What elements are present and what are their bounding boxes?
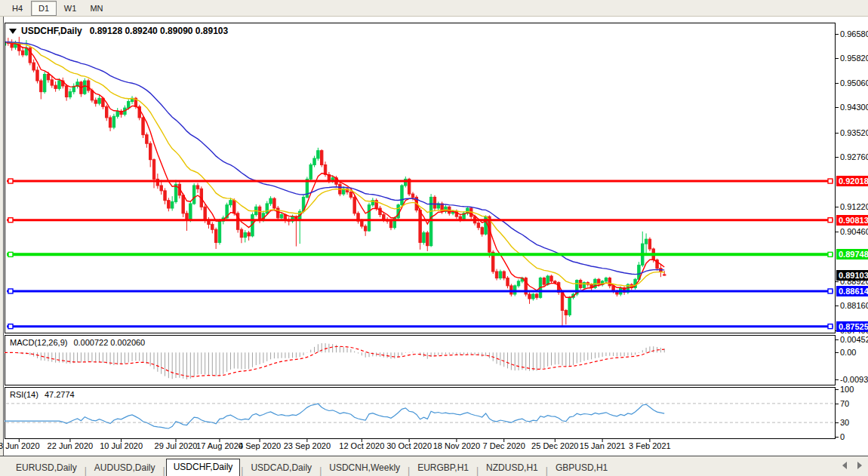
price-tick-label: 0.96580 xyxy=(840,29,868,38)
axis-tick-mark xyxy=(835,422,839,423)
date-label: 15 Jan 2021 xyxy=(580,441,626,450)
rsi-tick-label: 100 xyxy=(840,385,854,394)
tab-scroll-left-icon[interactable] xyxy=(842,462,847,469)
moving-averages xyxy=(5,42,664,298)
macd-label: MACD(12,26,9)0.000722 0.002060 xyxy=(10,338,145,347)
line-handle[interactable] xyxy=(8,324,13,329)
chart-canvas xyxy=(0,0,868,476)
mid-ema-line xyxy=(5,42,664,286)
date-label: 4 Sep 2020 xyxy=(239,441,281,450)
axis-tick-mark xyxy=(835,58,839,59)
macd-values: 0.000722 0.002060 xyxy=(73,338,145,347)
axis-tick-mark xyxy=(835,306,839,306)
date-label: 18 Nov 2020 xyxy=(433,441,480,450)
level-price-badge: 0.87525 xyxy=(836,321,868,332)
line-handle[interactable] xyxy=(8,289,13,293)
macd-tick-label: 0.004527 xyxy=(840,335,868,344)
line-handle[interactable] xyxy=(8,252,13,256)
price-tick-label: 0.94300 xyxy=(840,103,868,112)
rsi-label: RSI(14)47.2774 xyxy=(10,390,75,399)
axis-tick-mark xyxy=(835,389,839,390)
chart-tab-usdchf[interactable]: USDCHF,Daily xyxy=(166,459,241,476)
support-resistance-line[interactable] xyxy=(7,324,833,329)
symbol-label: USDCHF,Daily xyxy=(21,26,82,36)
axis-tick-mark xyxy=(835,83,839,84)
ohlc-values: 0.89128 0.89240 0.89090 0.89103 xyxy=(90,26,229,36)
line-handle[interactable] xyxy=(828,289,833,293)
rsi-series xyxy=(5,404,834,428)
tab-scroll-controls xyxy=(842,462,862,469)
axis-tick-mark xyxy=(835,379,839,380)
axis-tick-mark xyxy=(835,339,839,340)
level-price-badge: 0.90813 xyxy=(836,215,868,226)
axis-tick-mark xyxy=(835,157,839,158)
support-resistance-line[interactable] xyxy=(7,289,833,293)
line-handle[interactable] xyxy=(8,179,13,183)
price-tick-label: 0.93520 xyxy=(840,128,868,137)
date-label: 10 Jul 2020 xyxy=(100,441,143,450)
date-label: 3 Feb 2021 xyxy=(629,441,671,450)
axis-tick-mark xyxy=(835,232,839,232)
mt4-window: H4D1W1MN USDCHF,Daily 0.89128 0.89240 0.… xyxy=(0,0,868,476)
macd-tick-label: -0.009348 xyxy=(840,375,868,384)
line-handle[interactable] xyxy=(828,179,833,183)
date-label: 7 Dec 2020 xyxy=(483,441,525,450)
axis-tick-mark xyxy=(835,352,839,353)
date-label: 23 Sep 2020 xyxy=(284,441,331,450)
level-price-badge: 0.89748 xyxy=(836,249,868,259)
fast-ema-line xyxy=(5,42,664,298)
slow-ema-line xyxy=(5,42,664,275)
axis-tick-mark xyxy=(835,107,839,108)
axis-tick-mark xyxy=(835,34,839,35)
macd-name: MACD(12,26,9) xyxy=(10,338,67,347)
rsi-tick-label: 70 xyxy=(840,399,849,408)
price-tick-label: 0.95060 xyxy=(840,78,868,88)
chart-tab-gbpusd[interactable]: GBPUSD,H1 xyxy=(549,460,614,476)
line-handle[interactable] xyxy=(828,218,833,223)
chart-tab-nzdusd[interactable]: NZDUSD,H1 xyxy=(479,460,545,476)
support-resistance-line[interactable] xyxy=(7,252,833,256)
chart-title: USDCHF,Daily 0.89128 0.89240 0.89090 0.8… xyxy=(9,26,228,36)
tab-scroll-right-icon[interactable] xyxy=(857,462,862,469)
macd-tick-label: 0.00 xyxy=(840,348,856,357)
rsi-tick-label: 0 xyxy=(840,432,845,441)
line-handle[interactable] xyxy=(828,252,833,256)
price-tick-label: 0.95820 xyxy=(840,54,868,63)
level-price-badge: 0.92018 xyxy=(836,176,868,186)
date-label: 17 Aug 2020 xyxy=(196,441,243,450)
date-label: 12 Oct 2020 xyxy=(339,441,384,450)
price-tick-label: 0.91220 xyxy=(840,202,868,211)
rsi-tick-label: 30 xyxy=(840,418,849,427)
chart-marker-icon xyxy=(9,29,17,34)
date-label: 22 Jun 2020 xyxy=(48,441,94,450)
axis-tick-mark xyxy=(835,207,839,207)
level-price-badge: 0.88614 xyxy=(836,286,868,296)
chart-tab-audusd[interactable]: AUDUSD,Daily xyxy=(88,460,162,476)
date-label: 29 Jul 2020 xyxy=(155,441,198,450)
support-resistance-line[interactable] xyxy=(7,179,833,183)
chart-tab-usdcad[interactable]: USDCAD,Daily xyxy=(244,460,319,476)
chart-tab-eurgbp[interactable]: EURGBP,H1 xyxy=(411,460,476,476)
current-price-badge: 0.89103 xyxy=(836,270,868,281)
chart-tab-eurusd[interactable]: EURUSD,Daily xyxy=(9,460,84,476)
line-handle[interactable] xyxy=(8,218,13,223)
chart-tab-usdcnh[interactable]: USDCNH,Weekly xyxy=(322,460,407,476)
line-handle[interactable] xyxy=(828,324,833,329)
rsi-name: RSI(14) xyxy=(10,390,38,399)
chart-tab-bar: EURUSD,Daily|AUDUSD,Daily|USDCHF,Daily|U… xyxy=(0,456,868,476)
date-label: 30 Oct 2020 xyxy=(386,441,432,450)
axis-tick-mark xyxy=(835,133,839,134)
price-tick-label: 0.92760 xyxy=(840,152,868,161)
macd-signal-line xyxy=(5,346,664,376)
rsi-value: 47.2774 xyxy=(45,390,75,399)
axis-tick-mark xyxy=(835,437,839,438)
rsi-line xyxy=(5,404,664,428)
date-label: 25 Dec 2020 xyxy=(531,441,578,450)
axis-tick-mark xyxy=(835,404,839,404)
price-tick-label: 0.88160 xyxy=(840,301,868,310)
price-tick-label: 0.90460 xyxy=(840,227,868,236)
date-label: 3 Jun 2020 xyxy=(0,441,40,450)
axis-tick-mark xyxy=(835,281,839,282)
macd-series xyxy=(5,343,664,379)
